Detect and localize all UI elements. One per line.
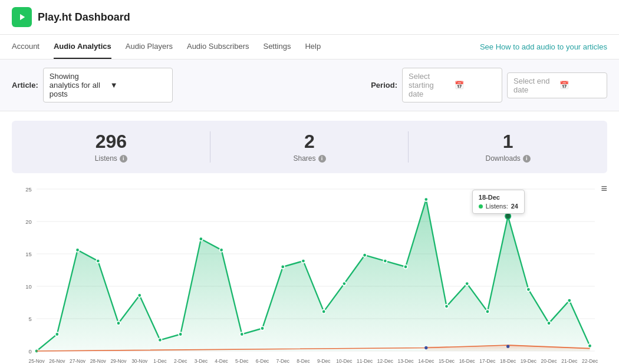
svg-text:26-Nov: 26-Nov (49, 358, 65, 364)
downloads-label: Downloads i (414, 154, 601, 163)
nav-item-help[interactable]: Help (305, 35, 321, 59)
svg-point-41 (588, 344, 591, 348)
article-select[interactable]: Showing analytics for all posts ▼ (43, 68, 173, 102)
svg-point-23 (219, 248, 223, 252)
svg-point-40 (568, 299, 571, 303)
svg-point-34 (445, 305, 448, 309)
svg-point-20 (158, 338, 162, 342)
stats-bar: 296 Listens i 2 Shares i 1 Downloads i (12, 121, 607, 173)
end-date-placeholder: Select end date (513, 77, 555, 94)
svg-text:4-Dec: 4-Dec (215, 358, 228, 364)
app-header: Play.ht Dashboard (0, 0, 619, 35)
svg-point-16 (75, 248, 79, 252)
svg-text:2-Dec: 2-Dec (174, 358, 187, 364)
svg-point-15 (55, 332, 59, 336)
stat-listens: 296 Listens i (12, 121, 210, 173)
period-label: Period: (371, 81, 397, 90)
svg-text:21-Dec: 21-Dec (561, 358, 578, 364)
svg-text:15-Dec: 15-Dec (439, 358, 455, 364)
shares-label: Shares i (216, 154, 403, 163)
svg-point-22 (199, 237, 203, 241)
svg-point-27 (301, 259, 305, 263)
shares-value: 2 (216, 131, 403, 152)
svg-text:30-Nov: 30-Nov (131, 358, 148, 364)
chart-menu-button[interactable]: ≡ (601, 183, 607, 195)
svg-text:1-Dec: 1-Dec (153, 358, 167, 364)
chart-container: ≡ 18-Dec Listens: 24 0 5 10 15 20 25 (12, 183, 607, 364)
svg-text:10: 10 (25, 283, 32, 290)
downloads-info-icon[interactable]: i (523, 155, 531, 163)
svg-text:28-Nov: 28-Nov (90, 358, 107, 364)
svg-text:11-Dec: 11-Dec (357, 358, 373, 364)
nav-item-audio-analytics[interactable]: Audio Analytics (54, 35, 111, 59)
start-date-placeholder: Select starting date (409, 72, 450, 98)
svg-text:20: 20 (25, 219, 32, 225)
svg-text:20-Dec: 20-Dec (541, 358, 558, 364)
svg-point-29 (343, 282, 346, 286)
svg-point-43 (424, 346, 427, 350)
svg-text:16-Dec: 16-Dec (459, 358, 476, 364)
svg-point-38 (526, 287, 530, 292)
article-filter-group: Article: Showing analytics for all posts… (12, 68, 173, 102)
nav-item-audio-players[interactable]: Audio Players (126, 35, 173, 59)
logo-icon (12, 7, 32, 27)
svg-text:29-Nov: 29-Nov (110, 358, 127, 364)
svg-point-21 (179, 332, 182, 336)
end-date-calendar-icon: 📅 (559, 81, 601, 90)
svg-point-36 (486, 310, 489, 314)
start-date-calendar-icon: 📅 (455, 81, 496, 90)
article-chevron-icon: ▼ (110, 81, 166, 90)
svg-point-30 (363, 253, 366, 257)
svg-text:6-Dec: 6-Dec (256, 358, 269, 364)
article-label: Article: (12, 81, 38, 90)
nav-item-audio-subscribers[interactable]: Audio Subscribers (187, 35, 249, 59)
svg-text:10-Dec: 10-Dec (336, 358, 353, 364)
svg-point-17 (96, 259, 100, 263)
downloads-value: 1 (414, 131, 601, 152)
svg-text:7-Dec: 7-Dec (276, 358, 290, 364)
svg-point-26 (281, 265, 285, 269)
svg-text:22-Dec: 22-Dec (582, 358, 598, 364)
end-date-input[interactable]: Select end date 📅 (507, 72, 607, 98)
svg-point-33 (424, 197, 428, 201)
app-title: Play.ht Dashboard (38, 11, 130, 24)
svg-text:12-Dec: 12-Dec (377, 358, 394, 364)
nav-item-account[interactable]: Account (12, 35, 39, 59)
listens-value: 296 (18, 131, 205, 152)
svg-text:27-Nov: 27-Nov (70, 358, 86, 364)
svg-text:0: 0 (28, 348, 31, 355)
svg-point-24 (240, 332, 243, 336)
nav-item-settings[interactable]: Settings (263, 35, 291, 59)
article-select-value: Showing analytics for all posts (50, 72, 106, 98)
svg-point-44 (506, 345, 509, 349)
svg-text:19-Dec: 19-Dec (521, 358, 537, 364)
svg-text:5-Dec: 5-Dec (235, 358, 249, 364)
svg-text:15: 15 (25, 251, 32, 257)
svg-point-37 (505, 213, 511, 219)
chart-svg: 0 5 10 15 20 25 (12, 183, 607, 364)
shares-info-icon[interactable]: i (318, 155, 326, 163)
listens-label: Listens i (18, 154, 205, 163)
svg-text:17-Dec: 17-Dec (479, 358, 496, 364)
svg-text:14-Dec: 14-Dec (418, 358, 434, 364)
svg-point-35 (465, 282, 469, 286)
svg-text:3-Dec: 3-Dec (195, 358, 208, 364)
svg-point-32 (404, 265, 407, 269)
svg-point-25 (261, 326, 264, 330)
svg-marker-0 (20, 14, 25, 21)
svg-text:18-Dec: 18-Dec (500, 358, 516, 364)
svg-text:8-Dec: 8-Dec (297, 358, 310, 364)
svg-text:25-Nov: 25-Nov (29, 358, 45, 364)
listens-info-icon[interactable]: i (120, 155, 127, 163)
svg-point-28 (322, 310, 325, 314)
filters-bar: Article: Showing analytics for all posts… (0, 59, 619, 111)
svg-point-39 (547, 322, 551, 326)
nav-bar: Account Audio Analytics Audio Players Au… (0, 35, 619, 59)
svg-point-31 (383, 259, 387, 263)
svg-text:5: 5 (28, 316, 31, 322)
svg-text:9-Dec: 9-Dec (317, 358, 331, 364)
how-to-add-audio-link[interactable]: See How to add audio to your articles (480, 42, 607, 51)
start-date-input[interactable]: Select starting date 📅 (402, 68, 502, 102)
svg-text:25: 25 (25, 186, 32, 193)
stat-shares: 2 Shares i (210, 121, 409, 173)
